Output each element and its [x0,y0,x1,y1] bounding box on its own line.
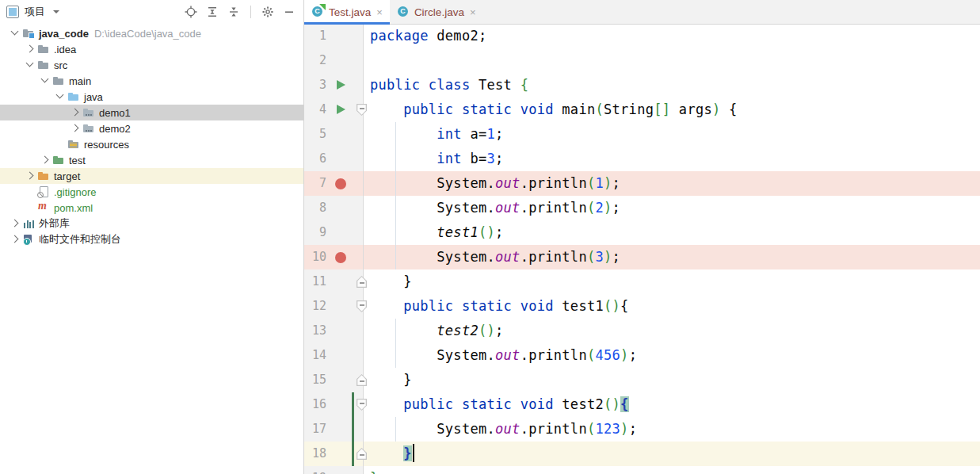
tree-item-java-folder[interactable]: java [0,89,303,105]
code-text[interactable]: System.out.println(3); [364,245,980,269]
code-line-19[interactable]: 19} [304,466,980,474]
gutter[interactable]: 19 [304,466,364,474]
tree-item-resources-folder[interactable]: resources [0,136,303,152]
code-text[interactable]: public static void main(String[] args) { [364,97,980,122]
code-line-18[interactable]: 18 } [304,442,980,466]
gutter[interactable]: 6 [304,147,364,171]
code-text[interactable] [364,48,980,73]
code-text[interactable]: package demo2; [364,24,980,48]
gutter[interactable]: 10 [304,245,364,269]
tree-item-gitignore-file[interactable]: .gitignore [0,184,303,200]
fold-end-icon[interactable] [357,374,367,386]
code-text[interactable]: } [364,442,980,466]
expand-all-icon[interactable] [206,6,219,18]
tree-item-test-folder[interactable]: test [0,152,303,168]
fold-end-icon[interactable] [357,448,367,460]
code-text[interactable]: } [364,269,980,294]
chevron-expanded-icon[interactable] [53,90,67,103]
chevron-collapsed-icon[interactable] [38,154,52,166]
locate-icon[interactable] [185,6,197,18]
code-line-16[interactable]: 16 public static void test2(){ [304,392,980,417]
code-line-14[interactable]: 14 System.out.println(456); [304,343,980,368]
collapse-all-icon[interactable] [227,6,240,18]
gutter[interactable]: 12 [304,294,364,319]
code-line-8[interactable]: 8 System.out.println(2); [304,196,980,220]
code-line-7[interactable]: 7 System.out.println(1); [304,171,980,196]
code-line-12[interactable]: 12 public static void test1(){ [304,294,980,319]
code-line-9[interactable]: 9 test1(); [304,220,980,245]
gutter[interactable]: 3 [304,73,364,97]
code-text[interactable]: test2(); [364,319,980,343]
tree-item-idea-folder[interactable]: .idea [0,41,303,57]
gutter[interactable]: 4 [304,97,364,122]
code-line-11[interactable]: 11 } [304,269,980,294]
fold-end-icon[interactable] [357,276,367,288]
close-icon[interactable]: × [376,6,383,18]
code-line-13[interactable]: 13 test2(); [304,319,980,343]
tree-item-scratches-and-consoles[interactable]: 临时文件和控制台 [0,231,303,247]
tree-item-pom-xml-file[interactable]: mpom.xml [0,200,303,216]
breakpoint-icon[interactable] [335,252,346,263]
tree-item-main-folder[interactable]: main [0,73,303,89]
gutter[interactable]: 15 [304,368,364,392]
code-line-10[interactable]: 10 System.out.println(3); [304,245,980,269]
chevron-collapsed-icon[interactable] [68,106,82,119]
tab-test-java[interactable]: C Test.java × [304,0,390,24]
code-line-2[interactable]: 2 [304,48,980,73]
code-text[interactable]: int b=3; [364,147,980,171]
chevron-collapsed-icon[interactable] [68,122,82,135]
tree-item-project-root[interactable]: java_codeD:\ideaCode\java_code [0,25,303,41]
chevron-expanded-icon[interactable] [38,75,52,87]
gutter[interactable]: 16 [304,392,364,417]
chevron-collapsed-icon[interactable] [8,217,22,230]
code-text[interactable]: public static void test1(){ [364,294,980,319]
fold-start-icon[interactable] [357,399,367,411]
code-line-15[interactable]: 15 } [304,368,980,392]
chevron-expanded-icon[interactable] [23,59,37,71]
code-text[interactable]: test1(); [364,220,980,245]
gutter[interactable]: 8 [304,196,364,220]
code-text[interactable]: System.out.println(123); [364,417,980,442]
code-text[interactable]: System.out.println(2); [364,196,980,220]
tree-item-demo1-package[interactable]: demo1 [0,105,303,120]
chevron-collapsed-icon[interactable] [8,233,22,246]
code-text[interactable]: } [364,368,980,392]
tree-item-demo2-package[interactable]: demo2 [0,120,303,136]
code-line-1[interactable]: 1package demo2; [304,24,980,48]
code-line-6[interactable]: 6 int b=3; [304,147,980,171]
gutter[interactable]: 9 [304,220,364,245]
gutter[interactable]: 11 [304,269,364,294]
code-text[interactable]: } [364,466,980,474]
chevron-expanded-icon[interactable] [8,27,22,40]
gutter[interactable]: 2 [304,48,364,73]
fold-start-icon[interactable] [357,104,367,116]
gutter[interactable]: 1 [304,24,364,48]
tree-item-src-folder[interactable]: src [0,57,303,73]
code-text[interactable]: public class Test { [364,73,980,97]
tree-item-external-libraries[interactable]: 外部库 [0,216,303,231]
gutter[interactable]: 5 [304,122,364,147]
code-line-17[interactable]: 17 System.out.println(123); [304,417,980,442]
gutter[interactable]: 14 [304,343,364,368]
chevron-collapsed-icon[interactable] [23,43,37,55]
code-text[interactable]: System.out.println(1); [364,171,980,196]
chevron-collapsed-icon[interactable] [23,170,37,182]
run-icon[interactable] [337,105,345,114]
code-line-5[interactable]: 5 int a=1; [304,122,980,147]
settings-icon[interactable] [261,6,274,18]
tree-item-target-folder[interactable]: target [0,168,303,184]
code-text[interactable]: public static void test2(){ [364,392,980,417]
code-editor[interactable]: 1package demo2;23public class Test {4 pu… [304,24,980,474]
hide-icon[interactable] [283,6,296,18]
gutter[interactable]: 7 [304,171,364,196]
gutter[interactable]: 17 [304,417,364,442]
code-line-4[interactable]: 4 public static void main(String[] args)… [304,97,980,122]
breakpoint-icon[interactable] [335,178,346,189]
code-text[interactable]: int a=1; [364,122,980,147]
close-icon[interactable]: × [470,6,476,18]
code-line-3[interactable]: 3public class Test { [304,73,980,97]
run-icon[interactable] [337,80,345,90]
gutter[interactable]: 13 [304,319,364,343]
tab-circle-java[interactable]: C Circle.java × [390,0,483,24]
fold-start-icon[interactable] [357,300,367,312]
